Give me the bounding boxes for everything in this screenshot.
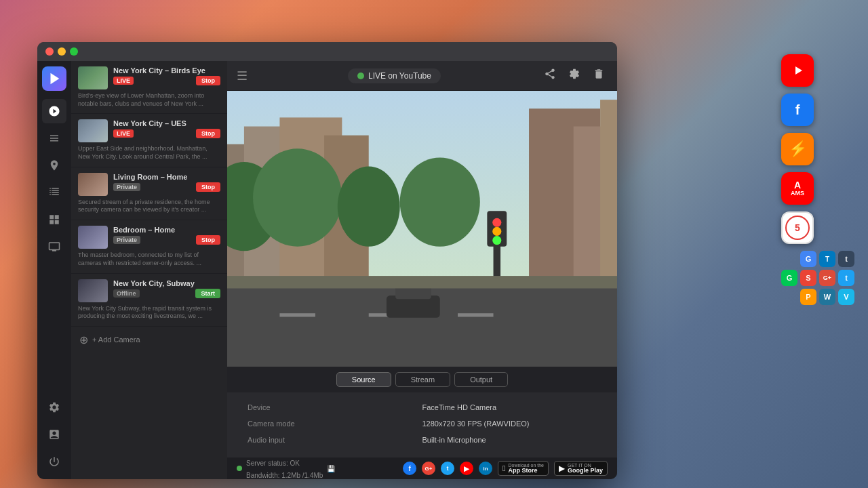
camera-name-1: New York City – UES	[113, 119, 220, 127]
server-status-label: Server status: OK	[246, 460, 300, 467]
stop-button-2[interactable]: Stop	[196, 182, 220, 192]
social-facebook-icon[interactable]: f	[403, 462, 416, 475]
camera-item-2[interactable]: Living Room – Home Private Stop Secured …	[71, 167, 227, 220]
small-tumblr-icon[interactable]: t	[838, 251, 854, 267]
sidebar-item-cameras[interactable]	[42, 99, 66, 123]
add-camera-button[interactable]: ⊕ + Add Camera	[71, 327, 227, 353]
tab-output[interactable]: Output	[454, 372, 508, 387]
main-content: ☰ LIVE on YouTube	[227, 61, 617, 479]
bottom-panel: Source Stream Output Device FaceTime HD …	[227, 367, 617, 458]
camera-list: New York City – Birds Eye LIVE Stop Bird…	[71, 61, 227, 479]
sidebar-item-power[interactable]	[42, 449, 66, 474]
camera-thumbnail-4	[78, 279, 108, 302]
camera-desc-2: Secured stream of a private residence, t…	[78, 199, 220, 214]
app-logo	[42, 66, 66, 91]
app-store-badge[interactable]:  Download on the App Store	[498, 461, 549, 476]
tab-row: Source Stream Output	[227, 367, 617, 392]
google-play-badge[interactable]: ▶ GET IT ON Google Play	[554, 461, 608, 476]
close-button[interactable]	[45, 47, 54, 56]
maximize-button[interactable]	[70, 47, 78, 56]
small-orange-icon[interactable]: P	[800, 289, 816, 305]
small-sp-icon[interactable]: S	[800, 270, 816, 286]
small-wp-icon[interactable]: W	[819, 289, 835, 305]
source-info: Device FaceTime HD Camera Camera mode 12…	[227, 392, 617, 458]
small-icons-cluster: G T t G S G+ t P W V	[781, 251, 854, 305]
camera-item-4[interactable]: New York City, Subway Offline Start New …	[71, 274, 227, 327]
start-button-4[interactable]: Start	[195, 289, 220, 298]
social-linkedin-icon[interactable]: in	[479, 462, 492, 475]
camera-desc-1: Upper East Side and neighborhood, Manhat…	[78, 145, 220, 161]
apple-icon: 	[502, 464, 505, 473]
small-twitter-icon[interactable]: t	[838, 270, 854, 286]
sidebar-item-tv[interactable]	[42, 235, 66, 259]
sidebar-item-addon[interactable]	[42, 422, 66, 447]
svg-rect-14	[279, 313, 315, 317]
title-bar	[37, 42, 617, 61]
social-google-icon[interactable]: G+	[422, 462, 435, 475]
device-value: FaceTime HD Camera	[422, 399, 597, 415]
app-store-main: App Store	[508, 468, 544, 474]
camera-desc-4: New York City Subway, the rapid transit …	[78, 305, 220, 321]
stop-button-1[interactable]: Stop	[196, 129, 220, 138]
tab-stream[interactable]: Stream	[395, 372, 450, 387]
svg-point-21	[492, 218, 501, 227]
top-bar-actions	[541, 65, 608, 86]
camera-thumbnail-0	[78, 66, 108, 89]
sidebar-item-location[interactable]	[42, 153, 66, 178]
hamburger-icon[interactable]: ☰	[237, 68, 248, 83]
small-trello-icon[interactable]: T	[819, 251, 835, 267]
bandwidth-label: Bandwidth: 1.2Mb /1.4Mb	[246, 472, 323, 479]
camera-thumbnail-1	[78, 119, 108, 142]
video-preview	[227, 91, 617, 367]
app-body: New York City – Birds Eye LIVE Stop Bird…	[37, 61, 617, 479]
settings-button[interactable]	[566, 65, 583, 86]
camera-info-4: New York City, Subway Offline Start	[113, 279, 220, 300]
camera-item-1[interactable]: New York City – UES LIVE Stop Upper East…	[71, 114, 227, 167]
sidebar-item-library[interactable]	[42, 126, 66, 150]
social-youtube-icon[interactable]: ▶	[460, 462, 473, 475]
facebook-icon[interactable]: f	[781, 94, 814, 126]
minimize-button[interactable]	[58, 47, 66, 56]
live-indicator: LIVE on YouTube	[348, 68, 441, 83]
small-vimeo-icon[interactable]: V	[838, 289, 854, 305]
stop-button-0[interactable]: Stop	[196, 76, 220, 85]
status-badge-1: LIVE	[113, 129, 134, 138]
add-camera-label: + Add Camera	[92, 336, 140, 344]
sidebar	[37, 61, 71, 479]
sidebar-item-settings[interactable]	[42, 395, 66, 420]
small-green-icon[interactable]: G	[781, 270, 797, 286]
camera-mode-label: Camera mode	[248, 415, 422, 432]
status-left: Server status: OK Bandwidth: 1.2Mb /1.4M…	[237, 456, 335, 479]
sidebar-item-list[interactable]	[42, 180, 66, 205]
badge5-icon[interactable]: 5	[781, 211, 814, 244]
thunder-icon[interactable]: ⚡	[781, 133, 814, 165]
status-badge-3: Private	[113, 236, 140, 244]
share-button[interactable]	[541, 65, 559, 86]
camera-info-1: New York City – UES LIVE Stop	[113, 119, 220, 140]
audio-input-value: Built-in Microphone	[422, 432, 597, 448]
social-twitter-icon[interactable]: t	[441, 462, 454, 475]
camera-name-0: New York City – Birds Eye	[113, 66, 220, 75]
svg-point-12	[400, 157, 480, 246]
camera-info-2: Living Room – Home Private Stop	[113, 173, 220, 194]
svg-marker-26	[795, 66, 802, 75]
camera-name-2: Living Room – Home	[113, 173, 220, 181]
svg-rect-24	[227, 276, 617, 288]
status-badge-2: Private	[113, 183, 140, 191]
camera-info-0: New York City – Birds Eye LIVE Stop	[113, 66, 220, 87]
app-store-text: Download on the App Store	[508, 463, 544, 474]
camera-item-3[interactable]: Bedroom – Home Private Stop The master b…	[71, 220, 227, 273]
svg-point-11	[338, 167, 400, 247]
camera-name-4: New York City, Subway	[113, 279, 220, 287]
small-g-icon[interactable]: G	[800, 251, 816, 267]
right-icons-panel: f ⚡ A AMS 5 G T t G S G+ t P W V	[781, 54, 854, 305]
delete-button[interactable]	[590, 65, 608, 86]
small-gplus-icon[interactable]: G+	[819, 270, 835, 286]
ams-icon[interactable]: A AMS	[781, 172, 814, 205]
sidebar-item-grid[interactable]	[42, 207, 66, 232]
stop-button-3[interactable]: Stop	[196, 235, 220, 245]
svg-rect-16	[458, 313, 494, 317]
youtube-icon[interactable]	[781, 54, 814, 87]
tab-source[interactable]: Source	[336, 372, 391, 387]
camera-item-0[interactable]: New York City – Birds Eye LIVE Stop Bird…	[71, 61, 227, 114]
